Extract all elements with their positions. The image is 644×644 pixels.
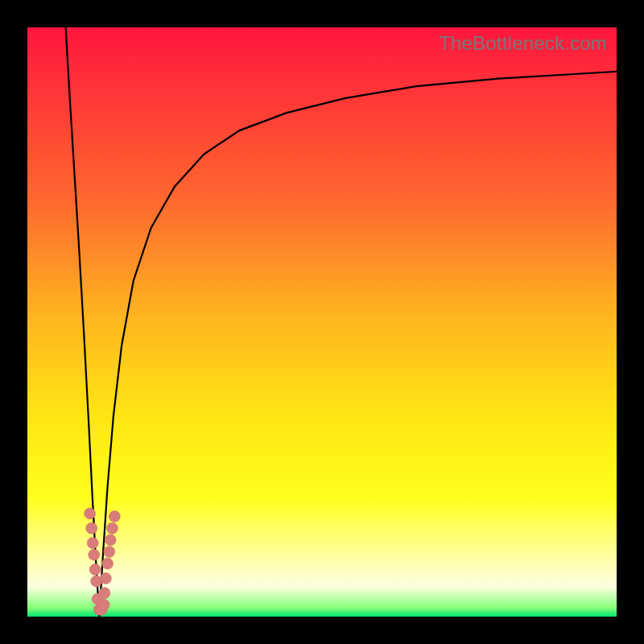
data-marker bbox=[100, 572, 111, 584]
data-marker bbox=[104, 546, 115, 557]
data-marker bbox=[86, 522, 97, 534]
marker-group bbox=[85, 508, 121, 615]
data-marker bbox=[87, 538, 98, 549]
data-marker bbox=[109, 511, 120, 522]
data-marker bbox=[102, 558, 114, 569]
curve-right-branch bbox=[99, 72, 617, 617]
data-marker bbox=[105, 535, 116, 546]
chart-frame: TheBottleneck.com bbox=[0, 0, 644, 644]
data-marker bbox=[85, 508, 96, 519]
data-marker bbox=[99, 588, 110, 599]
plot-area: TheBottleneck.com bbox=[27, 27, 617, 617]
data-marker bbox=[106, 522, 118, 534]
data-marker bbox=[89, 564, 101, 575]
data-marker bbox=[98, 599, 109, 610]
data-marker bbox=[89, 549, 100, 560]
chart-svg bbox=[27, 27, 617, 617]
